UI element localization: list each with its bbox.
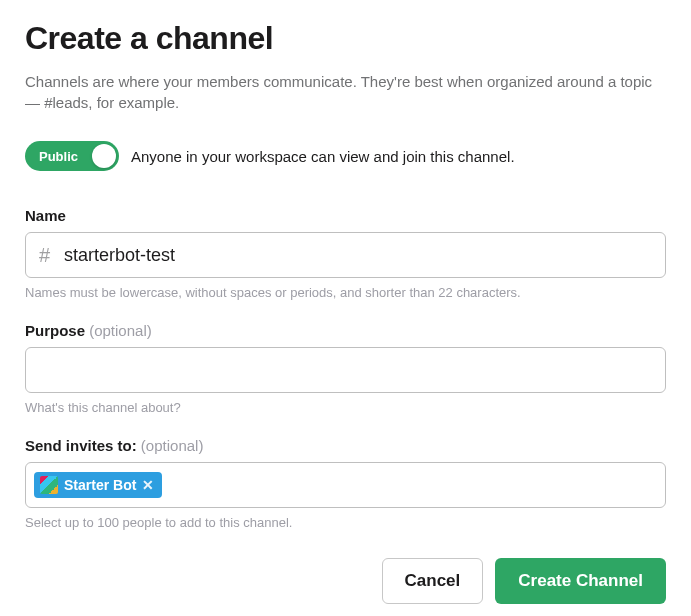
toggle-description: Anyone in your workspace can view and jo…: [131, 148, 515, 165]
toggle-label: Public: [25, 149, 78, 164]
toggle-knob: [92, 144, 116, 168]
name-help: Names must be lowercase, without spaces …: [25, 285, 666, 300]
invite-token-label: Starter Bot: [64, 477, 136, 493]
purpose-label: Purpose (optional): [25, 322, 666, 339]
purpose-label-text: Purpose: [25, 322, 89, 339]
purpose-input[interactable]: [25, 347, 666, 393]
invites-label: Send invites to: (optional): [25, 437, 666, 454]
name-input[interactable]: [25, 232, 666, 278]
invites-help: Select up to 100 people to add to this c…: [25, 515, 666, 530]
purpose-optional: (optional): [89, 322, 152, 339]
page-subtitle: Channels are where your members communic…: [25, 71, 666, 113]
avatar-icon: [40, 476, 58, 494]
name-label: Name: [25, 207, 666, 224]
page-title: Create a channel: [25, 20, 666, 57]
invite-token[interactable]: Starter Bot ✕: [34, 472, 162, 498]
invites-label-text: Send invites to:: [25, 437, 141, 454]
invites-input[interactable]: Starter Bot ✕: [25, 462, 666, 508]
invites-optional: (optional): [141, 437, 204, 454]
hash-icon: #: [39, 244, 50, 267]
close-icon[interactable]: ✕: [142, 478, 154, 492]
visibility-toggle[interactable]: Public: [25, 141, 119, 171]
create-channel-button[interactable]: Create Channel: [495, 558, 666, 604]
cancel-button[interactable]: Cancel: [382, 558, 484, 604]
purpose-help: What's this channel about?: [25, 400, 666, 415]
